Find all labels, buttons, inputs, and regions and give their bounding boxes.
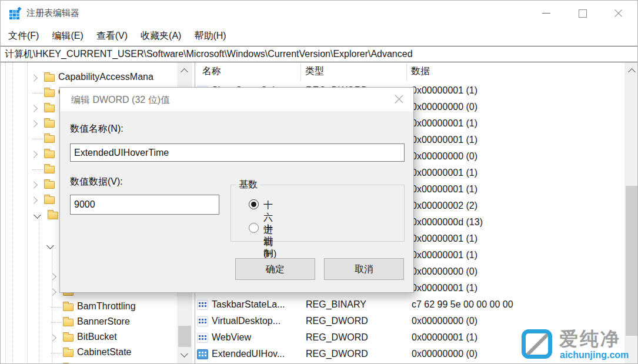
cancel-button[interactable]: 取消 <box>324 258 404 280</box>
radio-unselected-icon[interactable] <box>249 223 259 233</box>
folder-icon <box>44 120 55 128</box>
tree-item-label[interactable]: BamThrottling <box>77 301 136 312</box>
value-name[interactable]: VirtualDesktop... <box>212 316 280 326</box>
value-type: REG_DWORD <box>306 332 368 343</box>
chevron-right-icon[interactable] <box>30 181 38 189</box>
value-name-input[interactable] <box>70 143 405 162</box>
tree-item-bamthrottling[interactable]: BamThrottling <box>1 299 175 315</box>
value-data: 0x00000002 (2) <box>412 201 477 211</box>
dialog-close-button[interactable] <box>393 93 406 106</box>
scroll-up-icon[interactable] <box>181 68 188 76</box>
base-group-label: 基数 <box>236 179 260 191</box>
menu-bar: 文件(F)编辑(E)查看(V)收藏夹(A)帮助(H) <box>1 26 637 46</box>
chevron-right-icon[interactable] <box>49 273 56 280</box>
tree-scrollbar-thumb[interactable] <box>178 326 191 347</box>
column-header-type[interactable]: 类型 <box>305 65 324 78</box>
minimize-button[interactable] <box>528 1 564 26</box>
chevron-down-icon[interactable] <box>34 211 41 219</box>
reg-value-icon <box>197 333 208 343</box>
chevron-down-icon[interactable] <box>46 242 54 249</box>
reg-value-icon <box>197 349 208 359</box>
value-data: 0x00000000 (0) <box>412 266 477 277</box>
column-separator[interactable] <box>300 64 301 81</box>
chevron-right-icon[interactable] <box>30 196 38 204</box>
folder-icon <box>48 212 58 219</box>
chevron-right-icon[interactable] <box>30 120 38 128</box>
value-data-label: 数值数据(V): <box>70 176 123 188</box>
tree-item-label[interactable]: CIDOpen <box>77 362 116 363</box>
edit-dword-dialog: 编辑 DWORD (32 位)值 数值名称(N): 数值数据(V): 基数 十六… <box>59 87 414 293</box>
scroll-down-icon[interactable] <box>181 350 188 358</box>
regedit-app-icon <box>9 7 22 20</box>
menu-item[interactable]: 收藏夹(A) <box>134 30 188 42</box>
folder-icon <box>63 334 74 342</box>
reg-value-icon <box>197 316 208 326</box>
value-name[interactable]: WebView <box>212 332 251 343</box>
tree-item-label[interactable]: BannerStore <box>77 316 130 327</box>
value-data-input[interactable] <box>70 195 219 215</box>
tree-item-bitbucket[interactable]: BitBucket <box>1 330 175 345</box>
chevron-right-icon[interactable] <box>49 288 56 296</box>
menu-item[interactable]: 查看(V) <box>90 30 134 42</box>
maximize-button[interactable] <box>564 1 601 26</box>
close-button[interactable] <box>601 1 637 26</box>
address-bar[interactable]: 计算机\HKEY_CURRENT_USER\Software\Microsoft… <box>1 46 637 62</box>
list-scrollbar[interactable] <box>624 62 637 363</box>
column-separator[interactable] <box>406 64 407 81</box>
aichunjing-logo-icon <box>522 329 552 359</box>
base-groupbox: 基数 十六进制(H) 十进制(D) <box>231 185 405 242</box>
watermark-domain: aichunjing.com <box>560 350 629 360</box>
window-title: 注册表编辑器 <box>26 8 79 19</box>
folder-icon <box>44 89 55 97</box>
tree-item-bannerstore[interactable]: BannerStore <box>1 315 175 330</box>
value-data: 0x00000001 (1) <box>412 283 477 293</box>
column-header-name[interactable]: 名称 <box>202 65 221 78</box>
menu-item[interactable]: 文件(F) <box>2 30 45 42</box>
value-data: 0x00000001 (1) <box>412 168 477 178</box>
tree-item-capabilityaccessmana[interactable]: CapabilityAccessMana <box>1 70 175 85</box>
tree-item-cidopen[interactable]: CIDOpen <box>1 360 175 363</box>
folder-icon <box>44 151 55 158</box>
value-name[interactable]: ExtendedUIHov... <box>212 349 285 359</box>
value-data: 0x00000000 (0) <box>412 316 477 326</box>
folder-icon <box>63 349 74 357</box>
chevron-right-icon[interactable] <box>30 74 38 82</box>
tree-connector <box>51 307 62 308</box>
title-bar: 注册表编辑器 <box>1 1 637 26</box>
menu-item[interactable]: 帮助(H) <box>188 30 232 42</box>
folder-icon <box>44 166 55 173</box>
tree-item-label[interactable]: CabinetState <box>77 347 132 358</box>
value-data: c7 62 99 5e 00 00 00 00 <box>412 299 513 310</box>
value-row[interactable]: TaskbarStateLa...REG_BINARYc7 62 99 5e 0… <box>195 297 624 313</box>
value-name-label: 数值名称(N): <box>70 123 123 135</box>
folder-icon <box>63 319 74 326</box>
tree-item-cabinetstate[interactable]: CabinetState <box>1 345 175 360</box>
folder-icon <box>44 135 55 143</box>
value-name[interactable]: TaskbarStateLa... <box>212 299 285 310</box>
value-data: 0x00000001 (1) <box>412 135 477 145</box>
value-data: 0x00000001 (1) <box>412 184 477 195</box>
watermark-brand: 爱纯净 <box>559 326 621 352</box>
dialog-title-bar: 编辑 DWORD (32 位)值 <box>60 88 413 111</box>
list-scrollbar-thumb[interactable] <box>626 186 637 336</box>
tree-item-label[interactable]: BitBucket <box>77 332 117 342</box>
value-type: REG_DWORD <box>306 316 368 326</box>
radio-selected-icon[interactable] <box>249 199 259 209</box>
column-header-data[interactable]: 数据 <box>411 65 430 78</box>
tree-connector <box>32 139 43 139</box>
scroll-up-icon[interactable] <box>628 68 636 76</box>
value-type: REG_BINARY <box>306 299 366 310</box>
value-type: REG_DWORD <box>306 349 368 359</box>
value-data: 0x00000001 (1) <box>412 118 477 129</box>
chevron-right-icon[interactable] <box>30 151 38 158</box>
folder-icon <box>44 74 55 82</box>
value-data: 0x00000001 (1) <box>412 233 477 244</box>
chevron-right-icon[interactable] <box>30 105 38 112</box>
value-data: 0x00000001 (1) <box>412 250 477 261</box>
ok-button[interactable]: 确定 <box>235 258 315 280</box>
folder-icon <box>44 181 55 189</box>
menu-item[interactable]: 编辑(E) <box>45 30 89 42</box>
tree-item-label[interactable]: CapabilityAccessMana <box>58 72 153 82</box>
chevron-right-icon[interactable] <box>49 334 56 342</box>
regedit-window: 注册表编辑器 文件(F)编辑(E)查看(V)收藏夹(A)帮助(H) 计算机\HK… <box>0 0 638 364</box>
